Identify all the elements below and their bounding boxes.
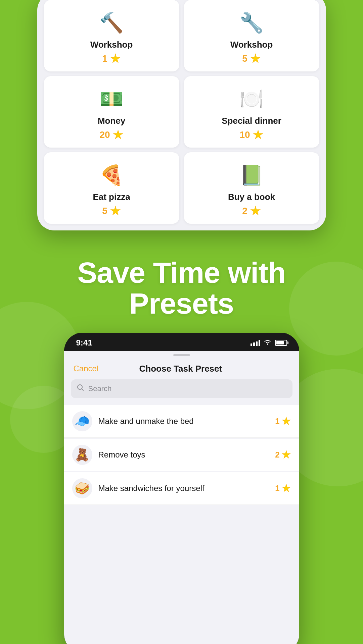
task-star-icon xyxy=(282,484,291,493)
reward-card-specialdinner[interactable]: 🍽️ Special dinner 10 xyxy=(184,76,319,148)
task-item-make-sandwiches[interactable]: 🥪 Make sandwiches for yourself 1 xyxy=(64,472,299,505)
search-placeholder: Search xyxy=(88,384,112,393)
reward-points-specialdinner: 10 xyxy=(239,129,263,140)
headline-section: Save Time with Presets xyxy=(0,237,363,333)
star-icon xyxy=(253,129,264,140)
reward-card-workshop5[interactable]: 🔧 Workshop 5 xyxy=(184,0,319,71)
top-phone-mockup: 🔨 Workshop 1 🔧 Workshop 5 💵 Money 20 🍽️ … xyxy=(37,0,326,230)
star-icon xyxy=(113,129,124,140)
star-icon xyxy=(110,53,121,64)
wifi-icon xyxy=(264,338,272,347)
task-star-icon xyxy=(282,450,291,460)
bottom-phone-wrapper: 9:41 xyxy=(0,333,363,644)
reward-icon-money20: 💵 xyxy=(98,86,125,112)
task-list: 🧢 Make and unmake the bed 1 🧸 Remove toy… xyxy=(64,401,299,509)
task-name-make-sandwiches: Make sandwiches for yourself xyxy=(98,484,269,493)
task-name-make-bed: Make and unmake the bed xyxy=(98,417,269,426)
reward-name-workshop1: Workshop xyxy=(90,40,133,50)
modal-header: Cancel Choose Task Preset xyxy=(64,358,299,379)
reward-points-eatpizza: 5 xyxy=(102,206,121,216)
reward-icon-eatpizza: 🍕 xyxy=(98,162,125,189)
reward-card-money20[interactable]: 💵 Money 20 xyxy=(44,76,179,148)
rewards-grid: 🔨 Workshop 1 🔧 Workshop 5 💵 Money 20 🍽️ … xyxy=(44,0,319,224)
task-item-make-bed[interactable]: 🧢 Make and unmake the bed 1 xyxy=(64,405,299,438)
reward-name-buyabook: Buy a book xyxy=(228,192,275,202)
status-bar: 9:41 xyxy=(64,333,299,351)
battery-icon xyxy=(275,340,287,346)
task-emoji-make-sandwiches: 🥪 xyxy=(72,478,92,498)
task-item-remove-toys[interactable]: 🧸 Remove toys 2 xyxy=(64,439,299,471)
reward-points-buyabook: 2 xyxy=(242,206,261,216)
star-icon xyxy=(250,206,261,216)
search-icon xyxy=(77,384,84,393)
reward-points-money20: 20 xyxy=(99,129,123,140)
status-icons xyxy=(251,338,287,347)
task-points-make-bed: 1 xyxy=(275,417,291,426)
task-emoji-make-bed: 🧢 xyxy=(72,411,92,431)
reward-points-workshop1: 1 xyxy=(102,53,121,64)
reward-icon-workshop5: 🔧 xyxy=(238,9,265,36)
headline-text: Save Time with Presets xyxy=(20,257,343,319)
reward-card-eatpizza[interactable]: 🍕 Eat pizza 5 xyxy=(44,152,179,224)
reward-name-workshop5: Workshop xyxy=(230,40,273,50)
star-icon xyxy=(250,53,261,64)
task-emoji-remove-toys: 🧸 xyxy=(72,445,92,465)
status-time: 9:41 xyxy=(76,338,92,347)
phone-screen: Cancel Choose Task Preset Search 🧢 Make … xyxy=(64,351,299,644)
task-points-remove-toys: 2 xyxy=(275,450,291,460)
reward-name-money20: Money xyxy=(98,116,125,126)
bottom-phone-mockup: 9:41 xyxy=(64,333,299,644)
task-name-remove-toys: Remove toys xyxy=(98,450,269,460)
search-bar[interactable]: Search xyxy=(71,379,292,398)
reward-icon-workshop1: 🔨 xyxy=(98,9,125,36)
reward-icon-specialdinner: 🍽️ xyxy=(238,86,265,112)
star-icon xyxy=(110,206,121,216)
headline-line2: Presets xyxy=(129,287,234,320)
reward-icon-buyabook: 📗 xyxy=(238,162,265,189)
drag-handle xyxy=(64,351,299,358)
signal-icon xyxy=(251,339,260,346)
headline-line1: Save Time with xyxy=(77,256,285,289)
reward-name-specialdinner: Special dinner xyxy=(222,116,281,126)
reward-card-workshop1[interactable]: 🔨 Workshop 1 xyxy=(44,0,179,71)
cancel-button[interactable]: Cancel xyxy=(74,364,99,373)
reward-name-eatpizza: Eat pizza xyxy=(93,192,130,202)
task-star-icon xyxy=(282,417,291,426)
task-points-make-sandwiches: 1 xyxy=(275,484,291,493)
reward-points-workshop5: 5 xyxy=(242,53,261,64)
modal-title: Choose Task Preset xyxy=(139,364,222,374)
reward-card-buyabook[interactable]: 📗 Buy a book 2 xyxy=(184,152,319,224)
